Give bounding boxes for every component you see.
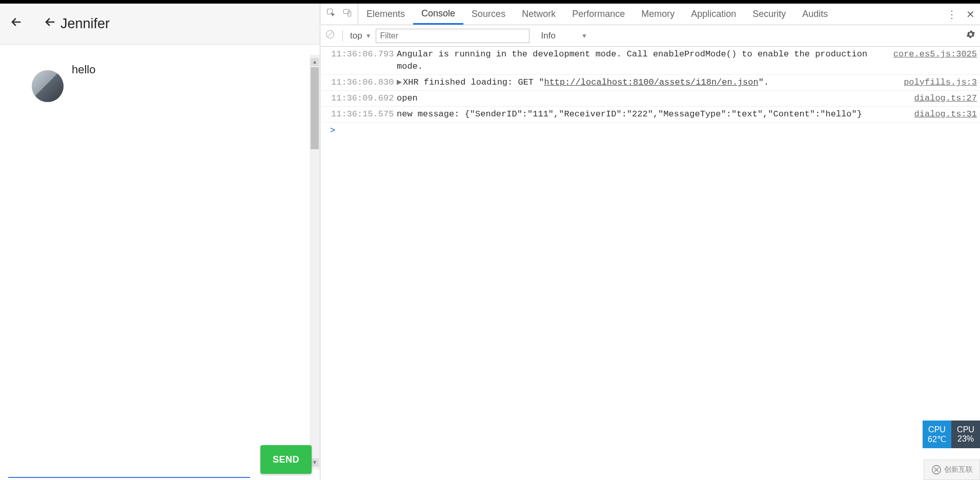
tab-console[interactable]: Console [413,4,463,25]
tab-security[interactable]: Security [744,4,794,25]
tab-memory[interactable]: Memory [633,4,683,25]
console-output[interactable]: 11:36:06.793 Angular is running in the d… [321,47,980,480]
chat-scrollbar[interactable]: ▲ ▼ [310,55,320,470]
timestamp: 11:36:06.793 [331,48,396,73]
console-message: ▶XHR finished loading: GET "http://local… [396,76,896,89]
tab-performance[interactable]: Performance [564,4,633,25]
devtools-leading-icons [321,4,358,25]
chat-footer: SEND [8,442,312,478]
send-button[interactable]: SEND [260,445,312,474]
scroll-down-icon[interactable]: ▼ [311,458,319,467]
console-settings-icon[interactable] [966,29,976,42]
back-icon[interactable] [9,15,24,33]
console-message: open [396,92,907,105]
console-row[interactable]: 11:36:15.575 new message: {"SenderID":"1… [321,107,980,123]
watermark: 创新互联 [924,459,980,480]
tab-sources[interactable]: Sources [463,4,514,25]
source-link[interactable]: dialog.ts:27 [907,92,977,105]
clear-console-icon[interactable] [325,29,335,42]
svg-line-4 [328,32,333,37]
chat-app-pane: Jennifer hello ▲ ▼ SEND [0,4,320,480]
console-message: Angular is running in the development mo… [396,48,886,73]
source-link[interactable]: polyfills.js:3 [896,76,977,89]
device-toggle-icon[interactable] [342,8,353,21]
cpu-temp: CPU 62℃ [923,421,951,448]
window-top-bar [0,0,980,4]
source-link[interactable]: dialog.ts:31 [907,108,977,121]
url-link[interactable]: http://localhost:8100/assets/i18n/en.jso… [544,77,758,87]
timestamp: 11:36:06.830 [331,76,396,89]
tab-network[interactable]: Network [514,4,564,25]
devtools-close-icon[interactable]: ✕ [966,8,975,21]
cpu-usage: CPU 23% [951,421,980,448]
console-message: new message: {"SenderID":"111","Receiver… [396,108,907,121]
prompt-marker: > [330,125,335,135]
avatar[interactable] [32,70,64,102]
console-row[interactable]: 11:36:06.793 Angular is running in the d… [321,47,980,75]
inspect-icon[interactable] [326,8,336,21]
dropdown-icon: ▼ [365,32,372,39]
tab-audits[interactable]: Audits [794,4,836,25]
back-arrow-icon[interactable] [43,15,57,33]
chat-title: Jennifer [60,16,110,32]
log-level-selector[interactable]: Info ▼ [534,30,595,42]
message-row: hello [0,45,320,102]
expand-icon[interactable]: ▶ [397,76,403,89]
console-toolbar: top ▼ Info ▼ [321,25,980,47]
svg-rect-1 [344,9,350,13]
chat-header: Jennifer [0,4,320,45]
timestamp: 11:36:09.692 [331,92,396,105]
context-label: top [350,31,362,41]
message-text: hello [72,63,95,76]
separator [342,30,343,42]
tab-elements[interactable]: Elements [358,4,413,25]
log-level-label: Info [541,31,556,41]
watermark-text: 创新互联 [944,465,973,474]
chat-body: hello ▲ ▼ SEND [0,45,320,480]
cpu-overlay: CPU 62℃ CPU 23% [923,421,980,448]
timestamp: 11:36:15.575 [331,108,396,121]
devtools-menu-icon[interactable]: ⋮ [947,8,957,21]
console-prompt[interactable]: > [321,123,980,135]
tab-application[interactable]: Application [683,4,744,25]
console-filter-input[interactable] [376,29,529,43]
console-row[interactable]: 11:36:09.692 open dialog.ts:27 [321,91,980,107]
devtools-tabbar: Elements Console Sources Network Perform… [321,4,980,25]
message-input[interactable] [8,457,250,478]
scroll-thumb[interactable] [311,67,319,149]
scroll-up-icon[interactable]: ▲ [311,58,319,66]
context-selector[interactable]: top ▼ [350,31,372,41]
console-row[interactable]: 11:36:06.830 ▶XHR finished loading: GET … [321,75,980,91]
source-link[interactable]: core.es5.js:3025 [886,48,977,73]
devtools-pane: Elements Console Sources Network Perform… [321,4,980,480]
dropdown-icon: ▼ [581,32,587,39]
